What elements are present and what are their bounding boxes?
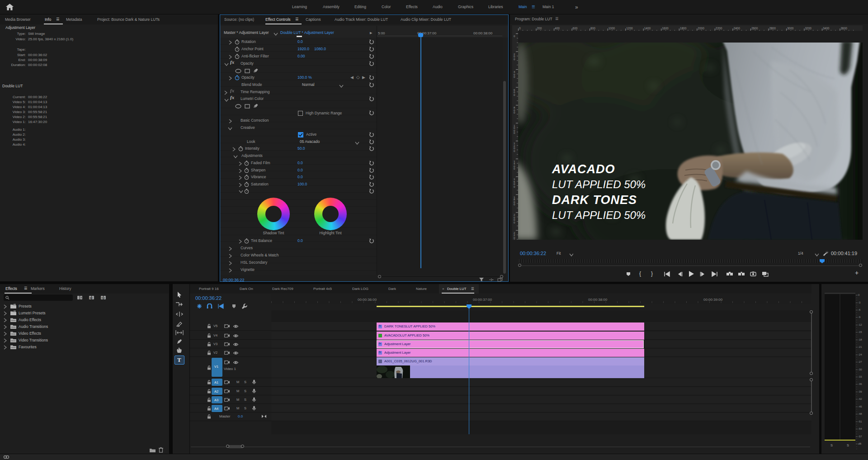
svg-text:0: 0 xyxy=(514,203,515,206)
svg-text:32: 32 xyxy=(90,297,93,299)
svg-text:YU: YU xyxy=(101,297,105,299)
svg-text:2600: 2600 xyxy=(751,27,758,30)
svg-text:3000: 3000 xyxy=(787,27,794,30)
svg-text:0: 0 xyxy=(514,76,515,78)
svg-text:2800: 2800 xyxy=(769,27,776,30)
svg-text:800: 800 xyxy=(590,27,595,30)
svg-text:400: 400 xyxy=(555,27,560,30)
svg-text:3400: 3400 xyxy=(823,27,830,30)
svg-text:0: 0 xyxy=(514,58,515,61)
svg-text:1600: 1600 xyxy=(662,27,669,30)
svg-text:0: 0 xyxy=(519,27,521,30)
svg-text:0: 0 xyxy=(514,221,515,224)
svg-text:0: 0 xyxy=(514,239,515,240)
svg-text:LUT APPLIED 50%: LUT APPLIED 50% xyxy=(552,178,646,190)
svg-text:1200: 1200 xyxy=(626,27,633,30)
svg-text:DARK TONES: DARK TONES xyxy=(552,193,637,207)
svg-text:2000: 2000 xyxy=(698,27,704,30)
svg-text:0: 0 xyxy=(514,35,515,38)
svg-text:200: 200 xyxy=(537,27,542,30)
svg-text:0: 0 xyxy=(514,132,515,134)
svg-text:AVACADO: AVACADO xyxy=(552,162,615,176)
svg-text:600: 600 xyxy=(573,27,578,30)
svg-text:0: 0 xyxy=(514,111,515,114)
svg-text:1400: 1400 xyxy=(644,27,651,30)
svg-text:LUT APPLIED 50%: LUT APPLIED 50% xyxy=(552,209,646,221)
svg-text:2400: 2400 xyxy=(733,27,740,30)
svg-text:0: 0 xyxy=(514,150,515,152)
svg-text:2200: 2200 xyxy=(716,27,722,30)
svg-text:3200: 3200 xyxy=(805,27,812,30)
svg-text:0: 0 xyxy=(514,94,515,96)
svg-text:1800: 1800 xyxy=(680,27,687,30)
svg-text:3600: 3600 xyxy=(841,27,848,30)
svg-text:0: 0 xyxy=(514,167,515,170)
svg-text:1000: 1000 xyxy=(609,27,615,30)
svg-text:0: 0 xyxy=(514,185,515,188)
